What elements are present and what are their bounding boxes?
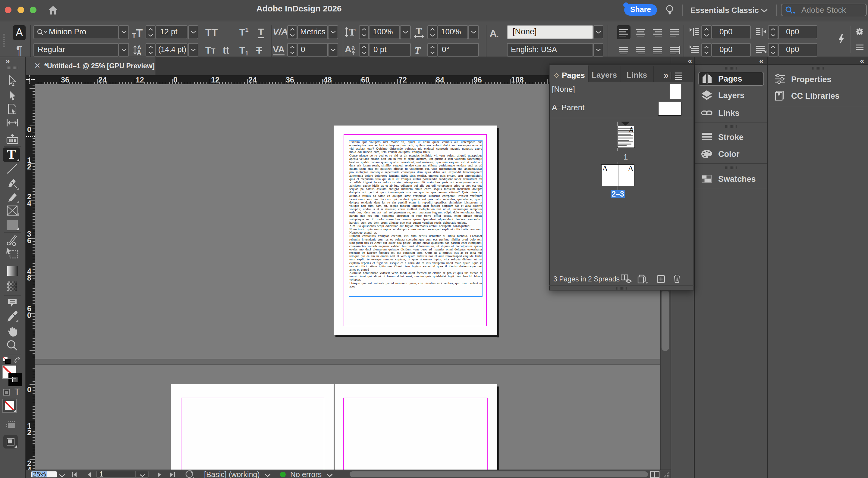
svg-text:A: A: [345, 44, 351, 54]
svg-text:T: T: [415, 27, 422, 36]
svg-text:a: a: [351, 44, 355, 51]
svg-text:A: A: [136, 49, 142, 56]
svg-text:T: T: [349, 27, 355, 38]
